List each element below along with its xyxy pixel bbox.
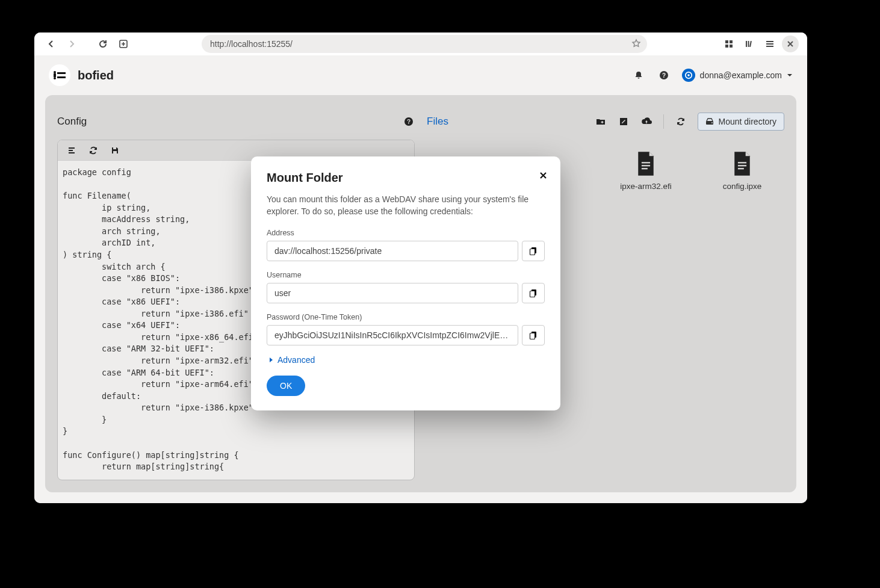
modal-close-button[interactable] xyxy=(539,170,547,182)
address-label: Address xyxy=(267,229,545,237)
svg-rect-6 xyxy=(748,41,749,47)
modal-description: You can mount this folder as a WebDAV sh… xyxy=(267,193,545,218)
password-input[interactable] xyxy=(267,325,518,345)
svg-rect-5 xyxy=(746,41,747,47)
bookmark-icon[interactable] xyxy=(631,39,641,50)
advanced-label: Advanced xyxy=(277,355,315,365)
nav-back-button[interactable] xyxy=(43,36,60,52)
svg-rect-2 xyxy=(730,40,733,43)
svg-rect-34 xyxy=(530,333,535,339)
browser-window: http://localhost:15255/ bofied xyxy=(34,32,807,503)
address-text: http://localhost:15255/ xyxy=(210,39,293,49)
copy-password-button[interactable] xyxy=(522,325,545,345)
copy-address-button[interactable] xyxy=(522,241,545,261)
svg-rect-4 xyxy=(730,45,733,48)
svg-rect-3 xyxy=(725,45,728,48)
username-label: Username xyxy=(267,271,545,279)
username-input[interactable] xyxy=(267,283,518,303)
svg-rect-7 xyxy=(749,41,752,47)
advanced-toggle[interactable]: Advanced xyxy=(269,355,545,365)
svg-rect-1 xyxy=(725,40,728,43)
address-bar[interactable]: http://localhost:15255/ xyxy=(202,35,647,53)
address-input[interactable] xyxy=(267,241,518,261)
modal-title: Mount Folder xyxy=(267,171,545,185)
svg-rect-30 xyxy=(530,249,535,255)
reload-button[interactable] xyxy=(95,36,111,52)
ok-button[interactable]: OK xyxy=(267,376,305,396)
password-label: Password (One-Time Token) xyxy=(267,313,545,321)
library-icon[interactable] xyxy=(741,36,758,52)
new-tab-button[interactable] xyxy=(115,36,132,52)
app-area: bofied ? donna@example.com xyxy=(34,55,807,503)
svg-rect-32 xyxy=(530,291,535,297)
chevron-right-icon xyxy=(269,357,274,363)
browser-toolbar: http://localhost:15255/ xyxy=(34,32,807,55)
hamburger-menu-icon[interactable] xyxy=(761,36,778,52)
close-window-button[interactable] xyxy=(782,36,799,52)
mount-folder-modal: Mount Folder You can mount this folder a… xyxy=(251,156,560,410)
grid-view-icon[interactable] xyxy=(720,36,737,52)
copy-username-button[interactable] xyxy=(522,283,545,303)
nav-forward-button[interactable] xyxy=(63,36,80,52)
